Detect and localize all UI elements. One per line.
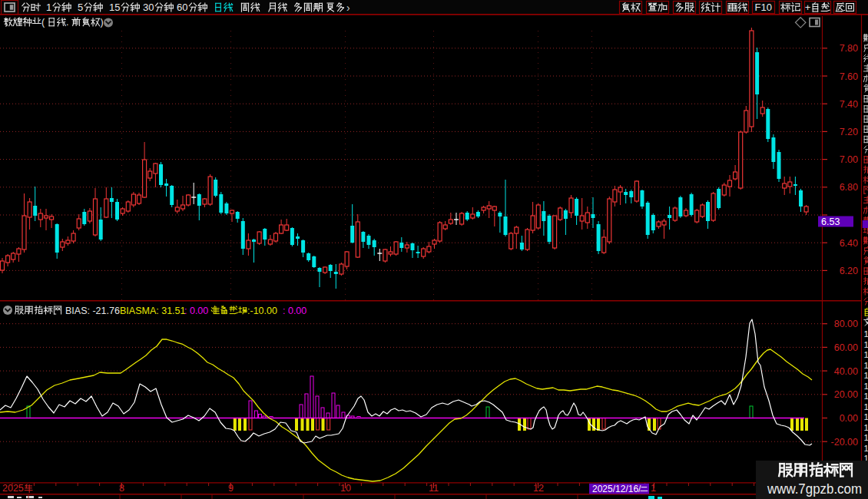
svg-text:F10: F10: [755, 2, 772, 13]
svg-text:1: 1: [864, 444, 868, 453]
svg-text:7.80: 7.80: [840, 43, 858, 54]
svg-text:): ): [100, 17, 103, 28]
svg-text:: 0.00: : 0.00: [283, 306, 306, 316]
svg-text:1: 1: [864, 412, 868, 421]
svg-text:7.60: 7.60: [840, 71, 858, 82]
svg-text::-10.00: :-10.00: [247, 306, 277, 316]
svg-text:1: 1: [864, 423, 868, 432]
svg-text:7.40: 7.40: [840, 99, 858, 110]
svg-text:+: +: [805, 2, 811, 13]
svg-text:2025: 2025: [2, 483, 24, 494]
svg-text:1: 1: [864, 361, 868, 370]
svg-text:1: 1: [864, 402, 868, 411]
svg-text:6.80: 6.80: [840, 182, 858, 193]
svg-text:1: 1: [864, 340, 868, 349]
svg-text:0.00: 0.00: [840, 413, 858, 424]
svg-text:1: 1: [864, 371, 868, 380]
svg-text:30: 30: [143, 2, 154, 13]
svg-text:15: 15: [109, 2, 120, 13]
svg-text:20.00: 20.00: [834, 389, 858, 400]
svg-text:1: 1: [864, 382, 868, 391]
svg-text:1: 1: [864, 350, 868, 359]
svg-text:1: 1: [651, 483, 656, 494]
svg-text:: 0.00: : 0.00: [184, 306, 208, 316]
svg-text:-20.00: -20.00: [831, 437, 858, 448]
svg-text:BIAS: -21.76: BIAS: -21.76: [65, 306, 120, 316]
svg-text:›: ›: [346, 2, 350, 14]
svg-text:BIASMA: 31.51: BIASMA: 31.51: [120, 306, 186, 316]
svg-text:80.00: 80.00: [834, 319, 858, 329]
svg-text:6.20: 6.20: [840, 266, 858, 276]
svg-text:2025/12/16/: 2025/12/16/: [592, 484, 641, 494]
svg-text:7.20: 7.20: [840, 127, 858, 137]
svg-text:6.53: 6.53: [821, 216, 840, 227]
svg-text:40.00: 40.00: [834, 366, 858, 377]
svg-text:7.00: 7.00: [840, 154, 858, 165]
svg-text:www.7gpzb.com: www.7gpzb.com: [767, 481, 862, 497]
svg-text:1: 1: [864, 433, 868, 442]
svg-text:60: 60: [177, 2, 187, 13]
svg-text:6.40: 6.40: [840, 238, 858, 249]
svg-text:.: .: [66, 17, 68, 28]
svg-text:1: 1: [864, 329, 868, 339]
svg-text:5: 5: [78, 2, 83, 13]
svg-text:60.00: 60.00: [834, 342, 858, 353]
svg-text:1: 1: [46, 2, 51, 13]
svg-text:1: 1: [864, 392, 868, 401]
